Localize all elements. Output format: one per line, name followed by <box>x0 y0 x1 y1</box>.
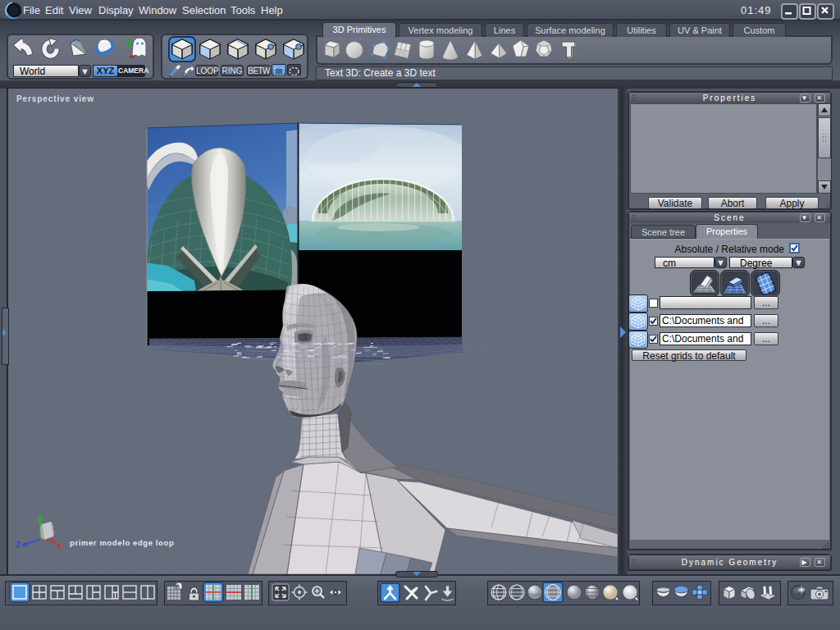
svg-text:Z: Z <box>16 541 21 550</box>
svg-text:X: X <box>57 542 62 551</box>
svg-text:primer modelo edge loop: primer modelo edge loop <box>70 538 174 547</box>
